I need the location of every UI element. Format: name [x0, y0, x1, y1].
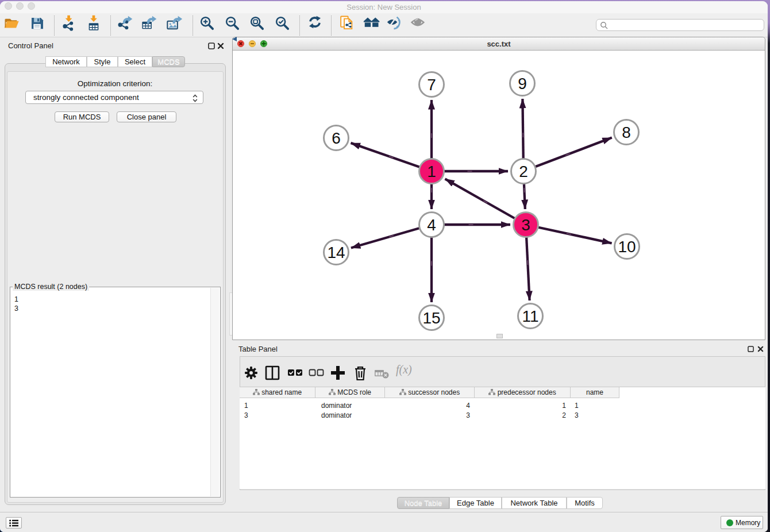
svg-text:4: 4 [427, 216, 436, 234]
svg-text:15: 15 [422, 309, 440, 327]
svg-text:8: 8 [622, 124, 631, 141]
svg-text:3: 3 [521, 216, 530, 234]
svg-text:2: 2 [519, 163, 528, 180]
svg-text:14: 14 [327, 244, 345, 261]
svg-text:9: 9 [518, 75, 527, 92]
svg-text:7: 7 [427, 76, 436, 94]
svg-text:1: 1 [427, 163, 436, 180]
svg-text:11: 11 [522, 307, 538, 325]
svg-text:10: 10 [618, 238, 636, 256]
svg-text:6: 6 [332, 129, 341, 147]
